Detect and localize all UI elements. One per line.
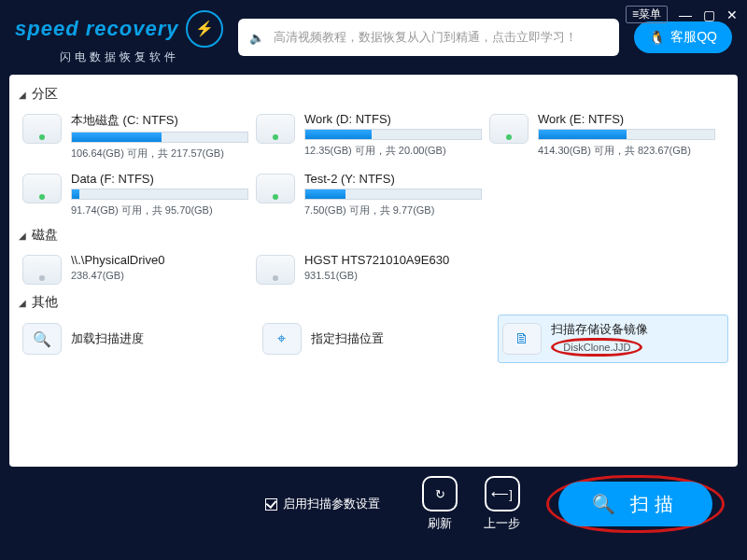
disk-item[interactable]: HGST HTS721010A9E630931.51(GB)	[252, 247, 486, 290]
minimize-button[interactable]: —	[679, 7, 692, 22]
lightning-icon: ⚡	[186, 10, 223, 48]
drive-icon	[22, 114, 62, 144]
scan-device-image[interactable]: 🗎 扫描存储设备镜像 DiskClone.JJD	[498, 315, 728, 363]
scan-button[interactable]: 🔍 扫描	[558, 482, 712, 526]
partition-item[interactable]: Test-2 (Y: NTFS)7.50(GB) 可用，共 9.77(GB)	[252, 166, 486, 223]
tutorial-text: 高清视频教程，数据恢复从入门到精通，点击立即学习！	[274, 29, 577, 46]
disk-item[interactable]: \\.\PhysicalDrive0238.47(GB)	[19, 247, 252, 290]
tutorial-banner[interactable]: 🔈 高清视频教程，数据恢复从入门到精通，点击立即学习！	[238, 19, 619, 56]
partition-item[interactable]: Work (E: NTFS)414.30(GB) 可用，共 823.67(GB)	[486, 106, 719, 166]
document-icon: 🗎	[502, 323, 542, 355]
drive-title: Work (E: NTFS)	[538, 112, 715, 126]
set-scan-location[interactable]: ⌖ 指定扫描位置	[259, 315, 489, 363]
checkbox-icon	[265, 498, 277, 511]
drive-icon	[256, 174, 295, 203]
main-panel: ◢分区 本地磁盘 (C: NTFS)106.64(GB) 可用，共 217.57…	[9, 75, 738, 467]
drive-icon	[256, 114, 295, 144]
section-other[interactable]: ◢其他	[19, 290, 728, 315]
speaker-icon: 🔈	[249, 31, 264, 45]
search-icon: 🔍	[592, 493, 621, 515]
disk-title: HGST HTS721010A9E630	[304, 253, 482, 267]
drive-icon	[22, 174, 62, 203]
section-disk[interactable]: ◢磁盘	[19, 223, 728, 247]
enable-scan-params-checkbox[interactable]: 启用扫描参数设置	[265, 496, 380, 512]
logo-text: speed recovery	[15, 17, 178, 41]
menu-button[interactable]: ≡菜单	[626, 6, 668, 23]
drive-meta: 414.30(GB) 可用，共 823.67(GB)	[538, 144, 715, 158]
drive-title: Work (D: NTFS)	[304, 112, 482, 126]
search-icon: 🔍	[22, 323, 62, 355]
drive-title: 本地磁盘 (C: NTFS)	[71, 112, 248, 129]
drive-title: Test-2 (Y: NTFS)	[304, 172, 482, 186]
qq-label: 客服QQ	[670, 29, 717, 46]
disk-meta: 238.47(GB)	[71, 270, 248, 281]
back-button[interactable]: ⟵] 上一步	[484, 476, 520, 532]
drive-meta: 91.74(GB) 可用，共 95.70(GB)	[71, 203, 248, 217]
drive-meta: 106.64(GB) 可用，共 217.57(GB)	[71, 147, 248, 161]
partition-item[interactable]: 本地磁盘 (C: NTFS)106.64(GB) 可用，共 217.57(GB)	[19, 106, 252, 166]
section-partition[interactable]: ◢分区	[19, 82, 728, 106]
selected-image-file: DiskClone.JJD	[551, 338, 642, 357]
drive-icon	[489, 114, 529, 144]
disk-icon	[22, 255, 62, 285]
refresh-button[interactable]: ↻ 刷新	[422, 476, 458, 532]
drive-meta: 12.35(GB) 可用，共 20.00(GB)	[304, 144, 482, 158]
app-logo: speed recovery ⚡ 闪电数据恢复软件	[15, 10, 223, 65]
partition-item[interactable]: Work (D: NTFS)12.35(GB) 可用，共 20.00(GB)	[252, 106, 486, 166]
target-icon: ⌖	[262, 323, 302, 355]
close-button[interactable]: ✕	[726, 7, 738, 22]
load-scan-progress[interactable]: 🔍 加载扫描进度	[19, 315, 249, 363]
back-icon: ⟵]	[485, 476, 520, 511]
drive-meta: 7.50(GB) 可用，共 9.77(GB)	[304, 203, 482, 217]
drive-title: Data (F: NTFS)	[71, 172, 248, 186]
disk-meta: 931.51(GB)	[304, 270, 482, 281]
refresh-icon: ↻	[422, 476, 458, 511]
customer-service-button[interactable]: 🐧 客服QQ	[634, 21, 732, 53]
partition-item[interactable]: Data (F: NTFS)91.74(GB) 可用，共 95.70(GB)	[19, 166, 252, 223]
maximize-button[interactable]: ▢	[703, 7, 715, 22]
logo-subtitle: 闪电数据恢复软件	[15, 49, 223, 65]
disk-icon	[256, 255, 295, 285]
qq-icon: 🐧	[649, 30, 665, 45]
disk-title: \\.\PhysicalDrive0	[71, 253, 248, 267]
